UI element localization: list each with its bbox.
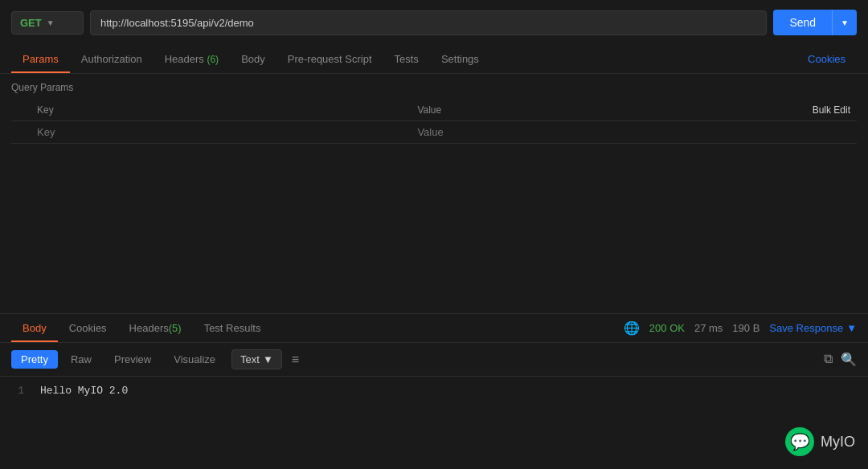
res-tab-cookies[interactable]: Cookies	[58, 314, 118, 342]
format-tab-raw[interactable]: Raw	[61, 350, 101, 369]
brand-icon: 💬	[785, 427, 814, 456]
bulk-edit-btn[interactable]: Bulk Edit	[792, 100, 857, 121]
format-type-selector[interactable]: Text ▼	[231, 349, 282, 369]
method-chevron-icon: ▼	[47, 18, 55, 27]
search-icon[interactable]: 🔍	[841, 352, 857, 367]
type-chevron-icon: ▼	[263, 353, 273, 365]
value-input[interactable]	[417, 126, 784, 138]
res-tab-headers[interactable]: Headers(5)	[118, 314, 193, 342]
res-tab-test-results[interactable]: Test Results	[193, 314, 272, 342]
tab-body[interactable]: Body	[230, 45, 276, 73]
brand-name: MyIO	[821, 434, 855, 451]
table-row	[11, 121, 857, 144]
status-ok: 200 OK	[649, 322, 685, 334]
method-label: GET	[20, 17, 42, 29]
tab-cookies[interactable]: Cookies	[796, 45, 857, 73]
col-key: Key	[31, 100, 411, 121]
status-size: 190 B	[732, 322, 760, 334]
format-lines-icon[interactable]: ≡	[292, 353, 299, 367]
query-params-section: Query Params Key Value Bulk Edit	[0, 74, 868, 144]
key-input[interactable]	[37, 126, 404, 138]
method-selector[interactable]: GET ▼	[11, 11, 84, 35]
tab-params[interactable]: Params	[11, 45, 70, 73]
format-tab-preview[interactable]: Preview	[104, 350, 161, 369]
res-tab-body[interactable]: Body	[11, 314, 58, 342]
branding: 💬 MyIO	[785, 427, 855, 456]
tab-authorization[interactable]: Authorization	[70, 45, 154, 73]
tab-prerequest[interactable]: Pre-request Script	[276, 45, 383, 73]
status-time: 27 ms	[694, 322, 723, 334]
copy-icon[interactable]: ⧉	[824, 352, 833, 367]
response-format-bar: Pretty Raw Preview Visualize Text ▼ ≡ ⧉ …	[0, 343, 868, 377]
send-btn-group: Send ▼	[773, 10, 857, 35]
format-tab-visualize[interactable]: Visualize	[164, 350, 225, 369]
request-tabs: Params Authorization Headers (6) Body Pr…	[0, 45, 868, 74]
params-table: Key Value Bulk Edit	[11, 100, 857, 144]
url-input[interactable]	[90, 10, 767, 35]
save-response-button[interactable]: Save Response ▼	[769, 322, 857, 334]
response-line: 1 Hello MyIO 2.0	[11, 385, 857, 397]
request-bar: GET ▼ Send ▼	[0, 0, 868, 45]
response-body: 1 Hello MyIO 2.0	[0, 377, 868, 405]
response-action-icons: ⧉ 🔍	[824, 352, 857, 367]
row-checkbox-cell	[11, 121, 31, 144]
response-tabs-bar: Body Cookies Headers(5) Test Results 🌐 2…	[0, 314, 868, 343]
globe-icon: 🌐	[624, 320, 640, 336]
value-cell[interactable]	[411, 121, 791, 144]
key-cell[interactable]	[31, 121, 411, 144]
tab-headers[interactable]: Headers (6)	[154, 45, 230, 73]
line-content: Hello MyIO 2.0	[40, 385, 128, 397]
response-status-group: 🌐 200 OK 27 ms 190 B Save Response ▼	[624, 320, 857, 336]
tab-settings[interactable]: Settings	[430, 45, 490, 73]
col-value: Value	[411, 100, 791, 121]
format-tab-pretty[interactable]: Pretty	[11, 350, 58, 369]
tab-tests[interactable]: Tests	[383, 45, 430, 73]
query-params-title: Query Params	[11, 82, 857, 93]
line-number: 1	[11, 385, 24, 397]
send-dropdown-button[interactable]: ▼	[832, 10, 857, 35]
send-button[interactable]: Send	[773, 10, 832, 35]
